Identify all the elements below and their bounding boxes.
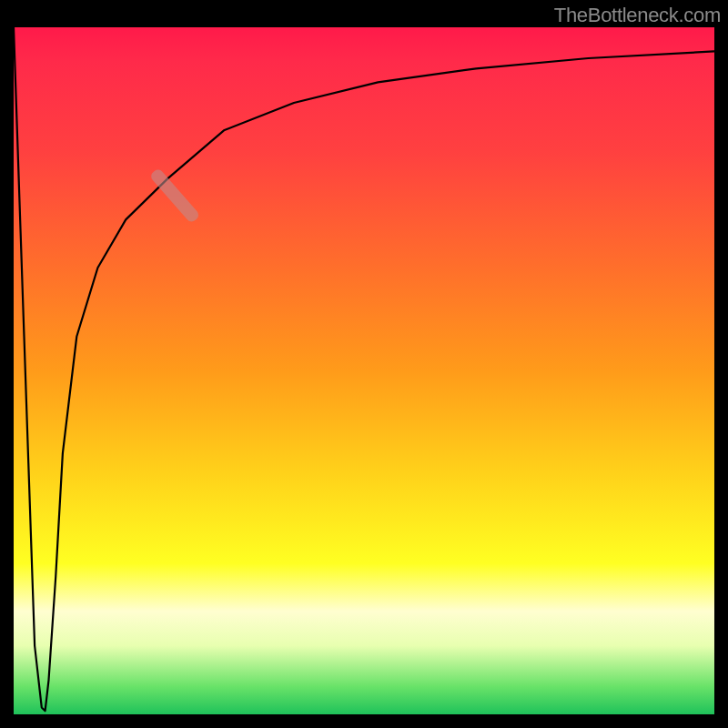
chart-frame: TheBottleneck.com <box>0 0 728 728</box>
plot-background-gradient <box>14 27 714 714</box>
watermark-text: TheBottleneck.com <box>554 4 721 27</box>
